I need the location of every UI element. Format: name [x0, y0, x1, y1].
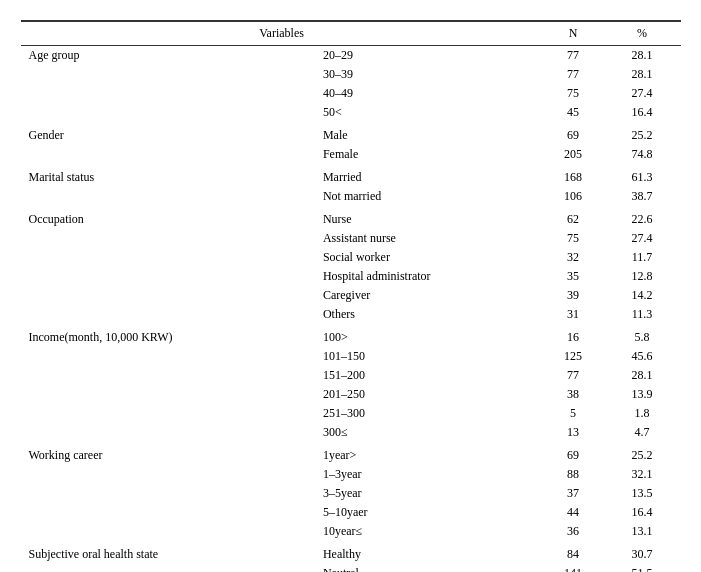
n-cell: 16 [543, 324, 604, 347]
statistics-table: Variables N % Age group20–297728.130–397… [21, 20, 681, 572]
table-row: Age group20–297728.1 [21, 46, 681, 66]
table-row: Marital statusMarried16861.3 [21, 164, 681, 187]
table-row: 5–10yaer4416.4 [21, 503, 681, 522]
table-row: GenderMale6925.2 [21, 122, 681, 145]
subcategory-cell: Social worker [307, 248, 543, 267]
subcategory-cell: Others [307, 305, 543, 324]
n-cell: 75 [543, 84, 604, 103]
table-row: Subjective oral health stateHealthy8430.… [21, 541, 681, 564]
pct-cell: 16.4 [603, 503, 680, 522]
pct-cell: 13.1 [603, 522, 680, 541]
category-cell [21, 385, 307, 404]
category-cell [21, 366, 307, 385]
n-cell: 44 [543, 503, 604, 522]
n-cell: 45 [543, 103, 604, 122]
n-cell: 75 [543, 229, 604, 248]
pct-cell: 25.2 [603, 442, 680, 465]
n-cell: 125 [543, 347, 604, 366]
pct-cell: 30.7 [603, 541, 680, 564]
category-cell [21, 248, 307, 267]
pct-cell: 13.5 [603, 484, 680, 503]
subcategory-cell: Married [307, 164, 543, 187]
category-cell [21, 84, 307, 103]
subcategory-cell: Neutral [307, 564, 543, 572]
table-row: Others3111.3 [21, 305, 681, 324]
n-cell: 36 [543, 522, 604, 541]
header-n: N [543, 21, 604, 46]
category-cell: Age group [21, 46, 307, 66]
subcategory-cell: Hospital administrator [307, 267, 543, 286]
subcategory-cell: 201–250 [307, 385, 543, 404]
category-cell [21, 522, 307, 541]
pct-cell: 45.6 [603, 347, 680, 366]
table-row: 300≤134.7 [21, 423, 681, 442]
pct-cell: 32.1 [603, 465, 680, 484]
category-cell [21, 145, 307, 164]
subcategory-cell: Caregiver [307, 286, 543, 305]
table-row: 30–397728.1 [21, 65, 681, 84]
pct-cell: 22.6 [603, 206, 680, 229]
category-cell: Occupation [21, 206, 307, 229]
pct-cell: 13.9 [603, 385, 680, 404]
pct-cell: 5.8 [603, 324, 680, 347]
pct-cell: 28.1 [603, 46, 680, 66]
subcategory-cell: 10year≤ [307, 522, 543, 541]
subcategory-cell: Female [307, 145, 543, 164]
pct-cell: 11.3 [603, 305, 680, 324]
n-cell: 35 [543, 267, 604, 286]
header-pct: % [603, 21, 680, 46]
pct-cell: 38.7 [603, 187, 680, 206]
pct-cell: 1.8 [603, 404, 680, 423]
category-cell [21, 65, 307, 84]
n-cell: 84 [543, 541, 604, 564]
n-cell: 69 [543, 122, 604, 145]
table-row: Social worker3211.7 [21, 248, 681, 267]
subcategory-cell: 30–39 [307, 65, 543, 84]
n-cell: 77 [543, 46, 604, 66]
subcategory-cell: 3–5year [307, 484, 543, 503]
n-cell: 62 [543, 206, 604, 229]
table-row: 40–497527.4 [21, 84, 681, 103]
table-row: Not married10638.7 [21, 187, 681, 206]
pct-cell: 61.3 [603, 164, 680, 187]
n-cell: 69 [543, 442, 604, 465]
category-cell [21, 347, 307, 366]
n-cell: 141 [543, 564, 604, 572]
subcategory-cell: 50< [307, 103, 543, 122]
category-cell [21, 423, 307, 442]
table-row: Caregiver3914.2 [21, 286, 681, 305]
n-cell: 37 [543, 484, 604, 503]
subcategory-cell: Not married [307, 187, 543, 206]
pct-cell: 11.7 [603, 248, 680, 267]
subcategory-cell: 101–150 [307, 347, 543, 366]
table-row: 151–2007728.1 [21, 366, 681, 385]
category-cell: Income(month, 10,000 KRW) [21, 324, 307, 347]
n-cell: 38 [543, 385, 604, 404]
n-cell: 168 [543, 164, 604, 187]
table-row: Assistant nurse7527.4 [21, 229, 681, 248]
pct-cell: 28.1 [603, 65, 680, 84]
table-row: 251–30051.8 [21, 404, 681, 423]
table-row: OccupationNurse6222.6 [21, 206, 681, 229]
n-cell: 77 [543, 366, 604, 385]
subcategory-cell: Healthy [307, 541, 543, 564]
n-cell: 39 [543, 286, 604, 305]
table-row: 1–3year8832.1 [21, 465, 681, 484]
table-row: 10year≤3613.1 [21, 522, 681, 541]
subcategory-cell: Assistant nurse [307, 229, 543, 248]
category-cell: Marital status [21, 164, 307, 187]
category-cell: Subjective oral health state [21, 541, 307, 564]
subcategory-cell: 5–10yaer [307, 503, 543, 522]
category-cell [21, 286, 307, 305]
subcategory-cell: 300≤ [307, 423, 543, 442]
n-cell: 5 [543, 404, 604, 423]
category-cell: Gender [21, 122, 307, 145]
header-variables: Variables [21, 21, 543, 46]
category-cell [21, 503, 307, 522]
table-row: Hospital administrator3512.8 [21, 267, 681, 286]
pct-cell: 27.4 [603, 229, 680, 248]
category-cell [21, 267, 307, 286]
pct-cell: 14.2 [603, 286, 680, 305]
subcategory-cell: 251–300 [307, 404, 543, 423]
n-cell: 77 [543, 65, 604, 84]
